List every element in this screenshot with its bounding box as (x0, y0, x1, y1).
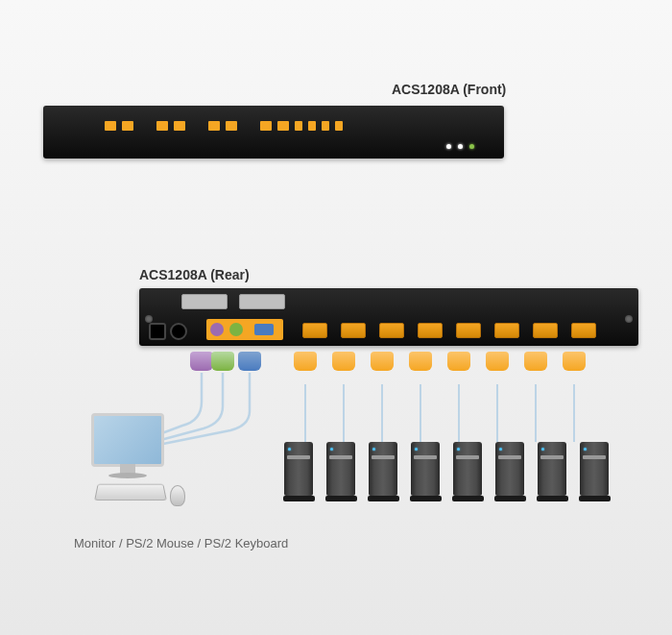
led-1 (446, 144, 451, 149)
power-jack (149, 323, 166, 340)
cpu-cable-7 (535, 384, 537, 442)
mount-screw-left (145, 315, 153, 323)
server-tower-5 (453, 442, 482, 501)
cpu-plug-4 (409, 352, 432, 386)
front-btn-11 (322, 121, 329, 131)
server-tower-4 (411, 442, 440, 501)
console-zone (206, 319, 283, 340)
kvm-rear-panel (139, 288, 638, 346)
server-tower-8 (580, 442, 609, 501)
cpu-port-5 (456, 323, 481, 338)
led-2 (458, 144, 463, 149)
rear-label: ACS1208A (Rear) (139, 267, 250, 282)
cpu-plug-6 (486, 352, 509, 386)
mount-screw-right (625, 315, 633, 323)
keyboard-icon (94, 484, 167, 501)
front-btn-10 (308, 121, 316, 131)
cpu-cable-1 (304, 384, 306, 442)
cpu-cable-2 (343, 384, 345, 442)
db25-port-2 (239, 294, 285, 309)
front-btn-2 (122, 121, 133, 131)
console-workstation (82, 413, 187, 509)
cpu-cable-3 (381, 384, 383, 442)
mouse-icon (170, 485, 185, 506)
cpu-port-3 (379, 323, 404, 338)
front-btn-7 (260, 121, 272, 131)
cpu-port-8 (571, 323, 596, 338)
cpu-cable-6 (496, 384, 498, 442)
led-3 (469, 144, 474, 149)
server-tower-7 (538, 442, 566, 501)
front-btn-4 (174, 121, 185, 131)
front-btn-12 (335, 121, 343, 131)
cpu-cable-8 (573, 384, 575, 442)
front-btn-3 (156, 121, 168, 131)
console-ps2-mouse (229, 323, 243, 336)
monitor-icon (91, 413, 164, 467)
server-tower-2 (326, 442, 355, 501)
cpu-plug-3 (371, 352, 394, 386)
serial-jack (170, 323, 187, 340)
server-tower-1 (284, 442, 313, 501)
cpu-plug-8 (563, 352, 586, 386)
console-description: Monitor / PS/2 Mouse / PS/2 Keyboard (74, 536, 288, 550)
ps2-keyboard-plug (190, 352, 213, 386)
server-tower-3 (369, 442, 397, 501)
front-btn-9 (295, 121, 302, 131)
front-btn-1 (105, 121, 116, 131)
front-btn-5 (208, 121, 220, 131)
vga-plug (238, 352, 261, 386)
front-btn-6 (226, 121, 237, 131)
kvm-front-panel (43, 106, 504, 159)
cpu-port-7 (533, 323, 558, 338)
cpu-plug-7 (524, 352, 547, 386)
server-tower-6 (495, 442, 524, 501)
monitor-base (108, 473, 147, 478)
front-btn-8 (277, 121, 289, 131)
console-ps2-keyboard (210, 323, 224, 336)
cpu-cable-4 (420, 384, 421, 442)
ps2-mouse-plug (211, 352, 234, 386)
cpu-port-1 (302, 323, 327, 338)
cpu-plug-1 (294, 352, 317, 386)
cpu-port-4 (418, 323, 443, 338)
cpu-port-2 (341, 323, 366, 338)
cpu-plug-5 (447, 352, 470, 386)
front-label: ACS1208A (Front) (392, 82, 506, 97)
cpu-cable-5 (458, 384, 460, 442)
cpu-port-6 (494, 323, 519, 338)
db25-port-1 (181, 294, 228, 309)
cpu-plug-2 (332, 352, 355, 386)
console-vga (254, 324, 274, 335)
